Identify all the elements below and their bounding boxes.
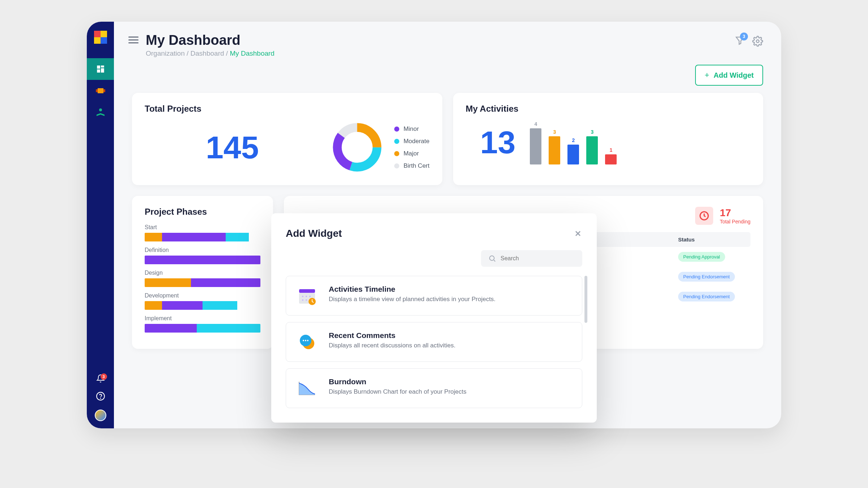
search-icon (488, 254, 496, 262)
pending-count: 17 (720, 207, 750, 219)
notification-badge: 3 (101, 373, 107, 380)
svg-point-29 (307, 340, 309, 341)
widget-option-comments[interactable]: Recent Comments Displays all recent disc… (286, 322, 582, 362)
svg-rect-4 (98, 88, 103, 93)
nav-people[interactable] (87, 102, 114, 123)
breadcrumb: Organization / Dashboard / My Dashboard (146, 50, 735, 57)
svg-rect-5 (96, 89, 98, 92)
card-title: My Activities (466, 104, 751, 114)
svg-point-23 (306, 299, 307, 301)
user-avatar[interactable] (95, 410, 106, 421)
svg-rect-17 (299, 289, 315, 293)
status-badge: Pending Approval (678, 252, 725, 262)
total-projects-card: Total Projects 145 Minor Mod (132, 93, 442, 185)
projects-icon (95, 85, 106, 96)
breadcrumb-dashboard[interactable]: Dashboard (191, 50, 224, 57)
page-title: My Dashboard (146, 33, 735, 48)
close-icon (574, 229, 582, 238)
nav-dashboard[interactable] (87, 58, 114, 80)
add-widget-modal: Add Widget Activities Timel (271, 213, 597, 423)
legend-item: Minor (394, 125, 430, 133)
widget-option-burndown[interactable]: Burndown Displays Burndown Chart for eac… (286, 368, 582, 408)
question-icon (96, 391, 105, 401)
project-phases-card: Project Phases Start Definition Design D… (132, 196, 273, 349)
settings-button[interactable] (752, 36, 763, 47)
svg-point-7 (99, 108, 102, 111)
clock-icon (695, 207, 713, 225)
reader-icon (95, 107, 106, 118)
toolbar: + Add Widget (114, 57, 781, 89)
search-input[interactable] (501, 255, 575, 262)
widget-option-timeline[interactable]: Activities Timeline Displays a timeline … (286, 276, 582, 316)
breadcrumb-current: My Dashboard (230, 50, 275, 57)
card-title: Total Projects (145, 104, 430, 114)
svg-point-20 (306, 296, 307, 297)
filter-badge: 3 (740, 33, 748, 40)
filter-button[interactable]: 3 (735, 35, 745, 47)
status-badge: Pending Endorsement (678, 272, 735, 282)
status-badge: Pending Endorsement (678, 292, 735, 301)
search-box[interactable] (481, 250, 582, 267)
svg-rect-6 (103, 89, 105, 92)
app-logo (94, 31, 107, 44)
sidebar: 3 (87, 22, 114, 428)
legend: Minor Moderate Major Birth Cert (394, 125, 430, 170)
add-widget-button[interactable]: + Add Widget (695, 65, 763, 86)
svg-rect-3 (97, 69, 100, 73)
my-activities-card: My Activities 13 4 3 2 3 1 (453, 93, 763, 185)
svg-point-27 (303, 340, 304, 341)
svg-point-28 (305, 340, 306, 341)
legend-item: Birth Cert (394, 162, 430, 170)
burndown-icon (296, 377, 318, 399)
menu-toggle[interactable] (128, 35, 139, 45)
chat-icon (296, 331, 318, 353)
modal-title: Add Widget (286, 228, 342, 239)
card-title: Project Phases (145, 207, 260, 217)
header: My Dashboard Organization / Dashboard / … (114, 22, 781, 57)
gear-icon (752, 36, 763, 47)
svg-rect-0 (97, 65, 100, 69)
bar-chart: 4 3 2 3 1 (530, 121, 617, 164)
svg-rect-2 (101, 68, 104, 73)
svg-point-22 (302, 299, 303, 301)
legend-item: Moderate (394, 138, 430, 145)
svg-rect-1 (101, 65, 104, 67)
svg-point-16 (490, 256, 494, 261)
donut-chart (331, 121, 383, 174)
svg-point-19 (302, 296, 303, 297)
scrollbar[interactable] (584, 276, 587, 323)
nav-projects[interactable] (87, 80, 114, 102)
close-button[interactable] (574, 229, 582, 238)
svg-point-9 (100, 398, 101, 398)
svg-point-10 (756, 40, 759, 43)
legend-item: Major (394, 150, 430, 157)
notifications-button[interactable]: 3 (96, 374, 105, 384)
svg-point-21 (309, 296, 311, 297)
grid-icon (95, 64, 106, 74)
total-projects-value: 145 (145, 129, 320, 166)
my-activities-value: 13 (480, 124, 516, 161)
breadcrumb-org[interactable]: Organization (146, 50, 185, 57)
help-button[interactable] (96, 391, 105, 402)
calendar-icon (296, 285, 318, 307)
plus-icon: + (705, 70, 709, 80)
pending-sub: Total Pending (720, 219, 750, 224)
